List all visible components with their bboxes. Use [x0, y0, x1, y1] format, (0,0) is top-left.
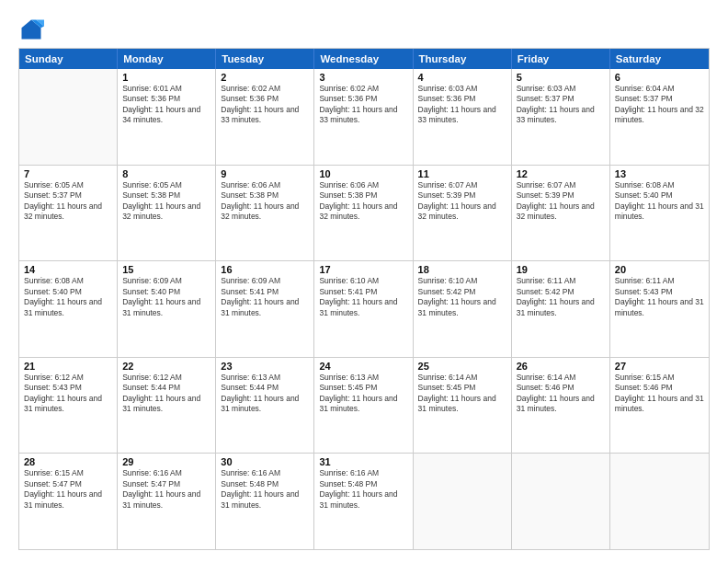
calendar-cell: 27Sunrise: 6:15 AM Sunset: 5:46 PM Dayli…: [610, 358, 709, 454]
cell-sun-info: Sunrise: 6:12 AM Sunset: 5:44 PM Dayligh…: [122, 373, 210, 415]
calendar-cell: 18Sunrise: 6:10 AM Sunset: 5:42 PM Dayli…: [414, 261, 512, 357]
cell-sun-info: Sunrise: 6:07 AM Sunset: 5:39 PM Dayligh…: [517, 180, 605, 223]
cell-sun-info: Sunrise: 6:15 AM Sunset: 5:46 PM Dayligh…: [615, 373, 704, 415]
calendar-cell: 20Sunrise: 6:11 AM Sunset: 5:43 PM Dayli…: [610, 261, 709, 357]
calendar-cell: 19Sunrise: 6:11 AM Sunset: 5:42 PM Dayli…: [512, 261, 610, 357]
cell-sun-info: Sunrise: 6:07 AM Sunset: 5:39 PM Dayligh…: [418, 180, 506, 223]
cell-sun-info: Sunrise: 6:16 AM Sunset: 5:47 PM Dayligh…: [122, 468, 210, 511]
cell-day-number: 15: [122, 264, 210, 275]
calendar-cell: 10Sunrise: 6:06 AM Sunset: 5:38 PM Dayli…: [314, 166, 413, 261]
cell-sun-info: Sunrise: 6:09 AM Sunset: 5:40 PM Dayligh…: [122, 276, 210, 318]
cell-day-number: 4: [418, 72, 506, 83]
cell-day-number: 5: [517, 72, 605, 83]
calendar-cell: 2Sunrise: 6:02 AM Sunset: 5:36 PM Daylig…: [216, 69, 314, 165]
cell-sun-info: Sunrise: 6:13 AM Sunset: 5:45 PM Dayligh…: [319, 373, 407, 415]
cell-day-number: 24: [319, 361, 407, 372]
calendar-cell: 13Sunrise: 6:08 AM Sunset: 5:40 PM Dayli…: [610, 166, 709, 261]
calendar-week: 21Sunrise: 6:12 AM Sunset: 5:43 PM Dayli…: [19, 358, 709, 454]
calendar-cell: 4Sunrise: 6:03 AM Sunset: 5:36 PM Daylig…: [414, 69, 512, 165]
calendar-cell: 25Sunrise: 6:14 AM Sunset: 5:45 PM Dayli…: [414, 358, 512, 454]
cell-sun-info: Sunrise: 6:08 AM Sunset: 5:40 PM Dayligh…: [615, 180, 704, 223]
logo: [18, 17, 48, 42]
cell-day-number: 11: [418, 168, 506, 179]
calendar-cell: 15Sunrise: 6:09 AM Sunset: 5:40 PM Dayli…: [118, 261, 216, 357]
calendar-header-cell: Friday: [512, 49, 610, 69]
cell-day-number: 23: [221, 361, 309, 372]
cell-day-number: 20: [615, 264, 704, 275]
calendar-cell: 22Sunrise: 6:12 AM Sunset: 5:44 PM Dayli…: [118, 358, 216, 454]
cell-day-number: 13: [615, 168, 704, 179]
cell-day-number: 12: [517, 168, 605, 179]
cell-day-number: 1: [122, 72, 210, 83]
calendar-cell: 8Sunrise: 6:05 AM Sunset: 5:38 PM Daylig…: [118, 166, 216, 261]
cell-sun-info: Sunrise: 6:08 AM Sunset: 5:40 PM Dayligh…: [24, 276, 112, 318]
cell-sun-info: Sunrise: 6:06 AM Sunset: 5:38 PM Dayligh…: [319, 180, 407, 223]
calendar-cell: 12Sunrise: 6:07 AM Sunset: 5:39 PM Dayli…: [512, 166, 610, 261]
cell-sun-info: Sunrise: 6:03 AM Sunset: 5:36 PM Dayligh…: [418, 84, 506, 126]
calendar-cell: 14Sunrise: 6:08 AM Sunset: 5:40 PM Dayli…: [19, 261, 118, 357]
cell-day-number: 7: [24, 168, 112, 179]
cell-sun-info: Sunrise: 6:06 AM Sunset: 5:38 PM Dayligh…: [221, 180, 309, 223]
cell-day-number: 29: [122, 456, 210, 467]
calendar-cell: 31Sunrise: 6:16 AM Sunset: 5:48 PM Dayli…: [314, 454, 413, 549]
cell-day-number: 30: [221, 456, 309, 467]
cell-sun-info: Sunrise: 6:14 AM Sunset: 5:46 PM Dayligh…: [517, 373, 605, 415]
calendar-cell: 30Sunrise: 6:16 AM Sunset: 5:48 PM Dayli…: [216, 454, 314, 549]
cell-sun-info: Sunrise: 6:05 AM Sunset: 5:37 PM Dayligh…: [24, 180, 112, 223]
calendar-cell: [414, 454, 512, 549]
cell-sun-info: Sunrise: 6:02 AM Sunset: 5:36 PM Dayligh…: [221, 84, 309, 126]
cell-sun-info: Sunrise: 6:10 AM Sunset: 5:42 PM Dayligh…: [418, 276, 506, 318]
calendar-cell: 17Sunrise: 6:10 AM Sunset: 5:41 PM Dayli…: [314, 261, 413, 357]
calendar-header-cell: Thursday: [414, 49, 512, 69]
cell-sun-info: Sunrise: 6:10 AM Sunset: 5:41 PM Dayligh…: [319, 276, 407, 318]
cell-day-number: 19: [517, 264, 605, 275]
cell-day-number: 2: [221, 72, 309, 83]
calendar-week: 14Sunrise: 6:08 AM Sunset: 5:40 PM Dayli…: [19, 261, 709, 358]
cell-sun-info: Sunrise: 6:09 AM Sunset: 5:41 PM Dayligh…: [221, 276, 309, 318]
cell-day-number: 21: [24, 361, 112, 372]
calendar-cell: 23Sunrise: 6:13 AM Sunset: 5:44 PM Dayli…: [216, 358, 314, 454]
cell-sun-info: Sunrise: 6:15 AM Sunset: 5:47 PM Dayligh…: [24, 468, 112, 511]
calendar-cell: 28Sunrise: 6:15 AM Sunset: 5:47 PM Dayli…: [19, 454, 118, 549]
cell-sun-info: Sunrise: 6:11 AM Sunset: 5:43 PM Dayligh…: [615, 276, 704, 318]
cell-day-number: 14: [24, 264, 112, 275]
cell-day-number: 10: [319, 168, 407, 179]
cell-sun-info: Sunrise: 6:16 AM Sunset: 5:48 PM Dayligh…: [221, 468, 309, 511]
header: [18, 17, 710, 42]
calendar-cell: 29Sunrise: 6:16 AM Sunset: 5:47 PM Dayli…: [118, 454, 216, 549]
cell-day-number: 27: [615, 361, 704, 372]
calendar-cell: 26Sunrise: 6:14 AM Sunset: 5:46 PM Dayli…: [512, 358, 610, 454]
page: SundayMondayTuesdayWednesdayThursdayFrid…: [0, 0, 728, 563]
cell-sun-info: Sunrise: 6:14 AM Sunset: 5:45 PM Dayligh…: [418, 373, 506, 415]
calendar: SundayMondayTuesdayWednesdayThursdayFrid…: [18, 48, 710, 550]
calendar-header-cell: Saturday: [610, 49, 709, 69]
cell-sun-info: Sunrise: 6:02 AM Sunset: 5:36 PM Dayligh…: [319, 84, 407, 126]
calendar-header-cell: Wednesday: [314, 49, 413, 69]
cell-day-number: 17: [319, 264, 407, 275]
cell-day-number: 6: [615, 72, 704, 83]
cell-day-number: 26: [517, 361, 605, 372]
calendar-cell: 21Sunrise: 6:12 AM Sunset: 5:43 PM Dayli…: [19, 358, 118, 454]
logo-icon: [18, 17, 44, 42]
calendar-cell: 1Sunrise: 6:01 AM Sunset: 5:36 PM Daylig…: [118, 69, 216, 165]
calendar-week: 1Sunrise: 6:01 AM Sunset: 5:36 PM Daylig…: [19, 69, 709, 166]
calendar-cell: [610, 454, 709, 549]
calendar-header-cell: Monday: [118, 49, 216, 69]
cell-sun-info: Sunrise: 6:04 AM Sunset: 5:37 PM Dayligh…: [615, 84, 704, 126]
cell-day-number: 9: [221, 168, 309, 179]
cell-day-number: 22: [122, 361, 210, 372]
calendar-cell: 7Sunrise: 6:05 AM Sunset: 5:37 PM Daylig…: [19, 166, 118, 261]
calendar-week: 28Sunrise: 6:15 AM Sunset: 5:47 PM Dayli…: [19, 454, 709, 549]
calendar-cell: 16Sunrise: 6:09 AM Sunset: 5:41 PM Dayli…: [216, 261, 314, 357]
calendar-cell: 9Sunrise: 6:06 AM Sunset: 5:38 PM Daylig…: [216, 166, 314, 261]
calendar-cell: [19, 69, 118, 165]
cell-sun-info: Sunrise: 6:13 AM Sunset: 5:44 PM Dayligh…: [221, 373, 309, 415]
cell-sun-info: Sunrise: 6:03 AM Sunset: 5:37 PM Dayligh…: [517, 84, 605, 126]
calendar-week: 7Sunrise: 6:05 AM Sunset: 5:37 PM Daylig…: [19, 166, 709, 262]
calendar-cell: 3Sunrise: 6:02 AM Sunset: 5:36 PM Daylig…: [314, 69, 413, 165]
calendar-header-cell: Tuesday: [216, 49, 314, 69]
cell-day-number: 8: [122, 168, 210, 179]
cell-sun-info: Sunrise: 6:05 AM Sunset: 5:38 PM Dayligh…: [122, 180, 210, 223]
cell-day-number: 3: [319, 72, 407, 83]
calendar-header: SundayMondayTuesdayWednesdayThursdayFrid…: [19, 49, 709, 69]
